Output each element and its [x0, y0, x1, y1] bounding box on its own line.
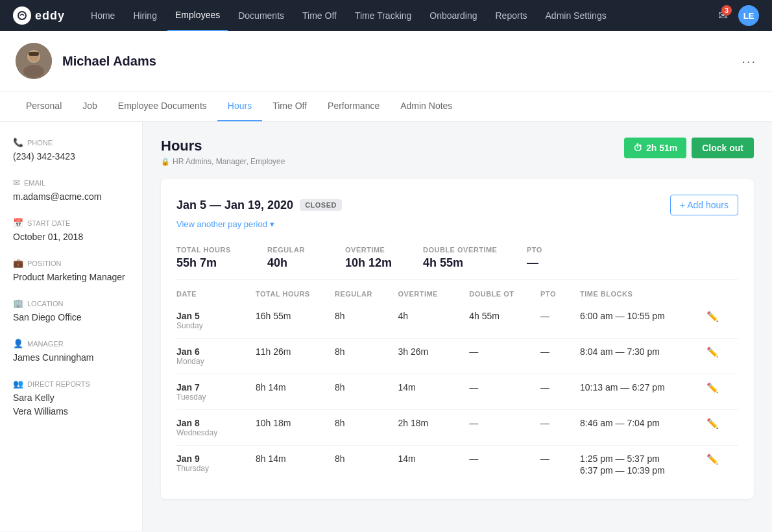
row-pto: —: [540, 303, 580, 339]
edit-icon[interactable]: ✏️: [706, 311, 719, 322]
th-date: DATE: [176, 285, 256, 303]
main-content: 📞 Phone (234) 342-3423 ✉ Email m.adams@a…: [0, 122, 772, 531]
add-hours-button[interactable]: + Add hours: [670, 195, 738, 215]
row-total: 10h 18m: [256, 410, 335, 446]
svg-point-0: [18, 12, 26, 19]
row-edit[interactable]: ✏️: [706, 339, 738, 374]
edit-icon[interactable]: ✏️: [706, 418, 719, 429]
nav-employees[interactable]: Employees: [167, 0, 228, 31]
nav-time-off[interactable]: Time Off: [295, 0, 344, 31]
pay-period-dates: Jan 5 — Jan 19, 2020: [176, 199, 293, 212]
nav-admin-settings[interactable]: Admin Settings: [538, 0, 614, 31]
sidebar-phone: 📞 Phone (234) 342-3423: [13, 138, 129, 163]
tab-job[interactable]: Job: [72, 91, 108, 121]
svg-point-3: [23, 65, 44, 78]
briefcase-icon: 💼: [13, 258, 23, 268]
nav-right: ✉ 3 LE: [718, 5, 759, 26]
row-edit[interactable]: ✏️: [706, 410, 738, 446]
closed-badge: CLOSED: [300, 199, 342, 211]
row-edit[interactable]: ✏️: [706, 446, 738, 484]
pay-period-header: Jan 5 — Jan 19, 2020 CLOSED + Add hours: [176, 195, 738, 215]
tab-performance[interactable]: Performance: [317, 91, 390, 121]
nav-time-tracking[interactable]: Time Tracking: [347, 0, 419, 31]
table-row: Jan 6 Monday 11h 26m 8h 3h 26m — — 8:04 …: [176, 339, 738, 374]
location-icon: 🏢: [13, 298, 23, 308]
clock-out-button[interactable]: Clock out: [692, 138, 754, 158]
nav-onboarding[interactable]: Onboarding: [422, 0, 485, 31]
tab-employee-documents[interactable]: Employee Documents: [108, 91, 217, 121]
row-date: Jan 6 Monday: [176, 339, 256, 374]
table-row: Jan 5 Sunday 16h 55m 8h 4h 4h 55m — 6:00…: [176, 303, 738, 339]
row-time-blocks: 6:00 am — 10:55 pm: [580, 303, 706, 339]
row-total: 16h 55m: [256, 303, 335, 339]
phone-icon: 📞: [13, 138, 23, 147]
row-pto: —: [540, 339, 580, 374]
th-overtime: OVERTIME: [398, 285, 470, 303]
phone-value: (234) 342-3423: [13, 150, 129, 163]
timer-button[interactable]: ⏱ 2h 51m: [624, 138, 686, 158]
calendar-icon: 📅: [13, 218, 23, 228]
nav-home[interactable]: Home: [83, 0, 123, 31]
row-date: Jan 9 Thursday: [176, 446, 256, 484]
row-overtime: 14m: [398, 446, 470, 484]
row-time-blocks: 8:46 am — 7:04 pm: [580, 410, 706, 446]
edit-icon[interactable]: ✏️: [706, 346, 719, 357]
regular-summary: REGULAR 40h: [267, 246, 345, 270]
app-logo[interactable]: eddy: [13, 6, 65, 25]
th-total: TOTAL HOURS: [256, 285, 335, 303]
profile-tabs: Personal Job Employee Documents Hours Ti…: [0, 91, 772, 122]
row-date: Jan 7 Tuesday: [176, 374, 256, 410]
table-row: Jan 7 Tuesday 8h 14m 8h 14m — — 10:13 am…: [176, 374, 738, 410]
time-block: 1:25 pm — 5:37 pm: [580, 453, 706, 464]
row-date: Jan 5 Sunday: [176, 303, 256, 339]
sidebar-start-date: 📅 Start date October 01, 2018: [13, 218, 129, 244]
row-regular: 8h: [335, 410, 398, 446]
tab-hours[interactable]: Hours: [217, 91, 262, 121]
nav-reports[interactable]: Reports: [488, 0, 535, 31]
nav-documents[interactable]: Documents: [230, 0, 292, 31]
row-total: 8h 14m: [256, 374, 335, 410]
lock-icon: 🔒: [161, 158, 170, 166]
row-regular: 8h: [335, 374, 398, 410]
th-double-ot: DOUBLE OT: [469, 285, 540, 303]
row-date: Jan 8 Wednesday: [176, 410, 256, 446]
tab-time-off[interactable]: Time Off: [262, 91, 317, 121]
th-regular: REGULAR: [335, 285, 398, 303]
view-pay-period-dropdown[interactable]: View another pay period ▾: [176, 219, 738, 229]
hours-title-area: Hours 🔒 HR Admins, Manager, Employee: [161, 138, 285, 166]
row-edit[interactable]: ✏️: [706, 303, 738, 339]
tab-admin-notes[interactable]: Admin Notes: [390, 91, 463, 121]
th-time-blocks: TIME BLOCKS: [580, 285, 706, 303]
hours-detail-table: DATE TOTAL HOURS REGULAR OVERTIME DOUBLE…: [176, 285, 738, 483]
edit-icon[interactable]: ✏️: [706, 382, 719, 393]
position-value: Product Marketing Manager: [13, 271, 129, 284]
row-edit[interactable]: ✏️: [706, 374, 738, 410]
tab-personal[interactable]: Personal: [16, 91, 72, 121]
direct-reports-label: 👥 Direct reports: [13, 379, 129, 389]
manager-icon: 👤: [13, 339, 23, 348]
row-double-ot: —: [469, 446, 540, 484]
edit-icon[interactable]: ✏️: [706, 453, 719, 465]
notifications-button[interactable]: ✉ 3: [718, 8, 728, 23]
notification-count: 3: [721, 5, 732, 16]
phone-label: 📞 Phone: [13, 138, 129, 147]
more-options-button[interactable]: ···: [742, 54, 756, 69]
direct-report-1: Sara Kelly: [13, 391, 129, 405]
pto-summary: PTO —: [527, 246, 605, 270]
th-edit: [706, 285, 738, 303]
pay-period-title: Jan 5 — Jan 19, 2020 CLOSED: [176, 199, 342, 212]
pay-period-card: Jan 5 — Jan 19, 2020 CLOSED + Add hours …: [161, 179, 754, 499]
manager-value: James Cunningham: [13, 351, 129, 365]
row-double-ot: —: [469, 410, 540, 446]
sidebar-direct-reports: 👥 Direct reports Sara Kelly Vera William…: [13, 379, 129, 418]
row-time-blocks: 8:04 am — 7:30 pm: [580, 339, 706, 374]
user-avatar-button[interactable]: LE: [738, 5, 759, 26]
hours-header: Hours 🔒 HR Admins, Manager, Employee ⏱ 2…: [161, 138, 754, 166]
double-overtime-summary: DOUBLE OVERTIME 4h 55m: [423, 246, 527, 270]
nav-hiring[interactable]: Hiring: [125, 0, 165, 31]
time-block: 6:00 am — 10:55 pm: [580, 311, 706, 321]
sidebar-email: ✉ Email m.adams@acme.com: [13, 178, 129, 204]
row-regular: 8h: [335, 446, 398, 484]
hours-content: Hours 🔒 HR Admins, Manager, Employee ⏱ 2…: [143, 122, 772, 531]
nav-links: Home Hiring Employees Documents Time Off…: [83, 0, 718, 31]
